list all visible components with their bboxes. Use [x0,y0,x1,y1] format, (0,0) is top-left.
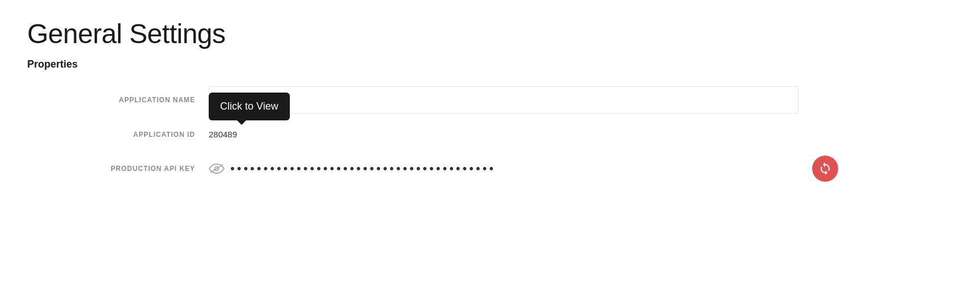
application-name-input[interactable] [209,86,799,114]
api-key-dots: •••••••••••••••••••••••••••••••••••••••• [230,162,496,175]
properties-section: Properties APPLICATION NAME APPLICATION … [27,58,953,182]
production-api-key-row: PRODUCTION API KEY •••••••••••••••••••••… [27,156,953,182]
application-id-value: 280489 [209,129,237,139]
section-title: Properties [27,58,953,70]
refresh-api-key-button[interactable] [812,156,838,182]
production-api-key-label: PRODUCTION API KEY [27,165,209,173]
application-name-label: APPLICATION NAME [27,96,209,104]
refresh-icon [818,162,832,175]
application-name-row: APPLICATION NAME [27,86,953,114]
application-name-field-container [209,86,799,114]
api-key-row: •••••••••••••••••••••••••••••••••••••••• [209,162,799,175]
eye-icon-button[interactable] [209,163,225,174]
application-id-row: APPLICATION ID 280489 Click to View [27,129,953,140]
page-title: General Settings [27,18,953,49]
page-container: General Settings Properties APPLICATION … [0,0,980,225]
production-api-key-value-container: •••••••••••••••••••••••••••••••••••••••• [209,162,799,175]
application-id-value-container: 280489 [209,129,799,140]
application-id-label: APPLICATION ID [27,131,209,139]
